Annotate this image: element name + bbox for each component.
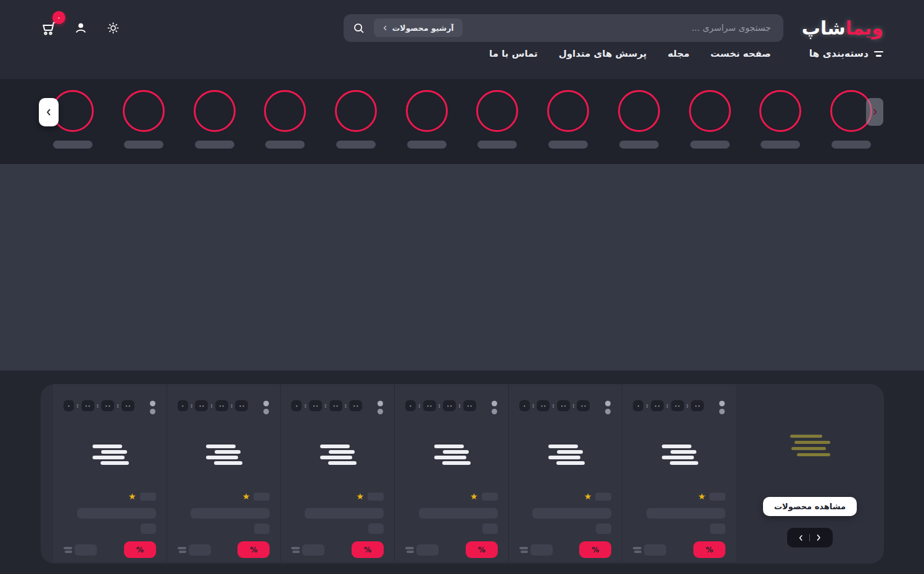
carousel-next-button[interactable] xyxy=(866,98,883,126)
category-name-skeleton xyxy=(619,141,659,149)
nav-item-contact[interactable]: تماس با ما xyxy=(489,48,538,59)
logo-secondary-text: شاپ xyxy=(802,17,846,39)
product-card-footer: % xyxy=(64,541,156,558)
product-price-skeleton xyxy=(291,544,324,556)
product-card[interactable]: ۰۰ : ۰۰ : ۰۰ : ۰ ★ % xyxy=(281,384,395,562)
countdown-colon: : xyxy=(666,403,669,409)
category-image-placeholder xyxy=(264,90,306,132)
card-options-dots[interactable] xyxy=(604,400,611,415)
filter-icon xyxy=(874,51,883,57)
chevron-left-icon xyxy=(797,534,805,542)
site-logo[interactable]: ویماشاپ xyxy=(802,17,883,39)
countdown-days: ۰ xyxy=(64,400,74,411)
deals-pager xyxy=(787,528,833,547)
pager-prev-button[interactable] xyxy=(797,534,805,542)
currency-label-skeleton xyxy=(291,547,300,553)
categories-menu-button[interactable]: دسته‌بندی ها xyxy=(809,48,883,59)
view-products-button[interactable]: مشاهده محصولات xyxy=(763,497,857,516)
rating-value-skeleton xyxy=(140,493,156,501)
product-card[interactable]: ۰۰ : ۰۰ : ۰۰ : ۰ ★ % xyxy=(622,384,736,562)
card-options-dots[interactable] xyxy=(149,400,156,415)
category-item[interactable] xyxy=(406,90,448,149)
search-input[interactable]: جستجوی سراسری ... آرشیو محصولات xyxy=(344,14,783,42)
card-options-dots[interactable] xyxy=(719,400,725,415)
currency-label-skeleton xyxy=(178,547,186,553)
category-name-skeleton xyxy=(690,141,730,149)
countdown-days: ۰ xyxy=(519,400,530,411)
product-card[interactable]: ۰۰ : ۰۰ : ۰۰ : ۰ ★ % xyxy=(509,384,623,562)
category-image-placeholder xyxy=(476,90,518,132)
price-value-skeleton xyxy=(416,544,439,556)
countdown-timer: ۰۰ : ۰۰ : ۰۰ : ۰ xyxy=(64,400,134,411)
products-archive-button[interactable]: آرشیو محصولات xyxy=(374,18,463,37)
product-card[interactable]: ۰۰ : ۰۰ : ۰۰ : ۰ ★ % xyxy=(395,384,509,562)
categories-track xyxy=(0,79,924,149)
pager-next-button[interactable] xyxy=(814,533,823,542)
category-item[interactable] xyxy=(547,90,589,149)
account-button[interactable] xyxy=(72,18,90,37)
product-meta-skeleton xyxy=(141,523,156,534)
category-item[interactable] xyxy=(123,90,165,149)
category-image-placeholder xyxy=(689,90,731,132)
nav-item-home[interactable]: صفحه نخست xyxy=(711,48,771,59)
card-options-dots[interactable] xyxy=(377,400,384,415)
carousel-prev-button[interactable] xyxy=(39,98,59,126)
cart-button[interactable]: ۰ xyxy=(39,18,58,37)
currency-label-skeleton xyxy=(633,547,641,553)
discount-badge: % xyxy=(579,541,611,558)
categories-carousel xyxy=(0,79,924,164)
category-item[interactable] xyxy=(759,90,801,149)
category-image-placeholder xyxy=(547,90,589,132)
category-item[interactable] xyxy=(689,90,731,149)
countdown-hours: ۰۰ xyxy=(463,400,476,411)
product-meta-skeleton xyxy=(596,523,611,534)
deals-title-skeleton xyxy=(792,435,828,456)
main-navigation: دسته‌بندی ها صفحه نخست مجله پرسش های متد… xyxy=(0,48,924,59)
countdown-seconds: ۰۰ xyxy=(537,400,550,411)
card-options-dots[interactable] xyxy=(491,400,498,415)
pager-separator xyxy=(809,534,810,541)
category-image-placeholder xyxy=(335,90,377,132)
category-item[interactable] xyxy=(476,90,518,149)
category-image-placeholder xyxy=(123,90,165,132)
countdown-hours: ۰۰ xyxy=(691,400,704,411)
countdown-seconds: ۰۰ xyxy=(651,400,664,411)
countdown-seconds: ۰۰ xyxy=(81,400,94,411)
category-name-skeleton xyxy=(336,141,376,149)
product-card-footer: % xyxy=(519,541,612,558)
nav-item-magazine[interactable]: مجله xyxy=(667,48,689,59)
product-card[interactable]: ۰۰ : ۰۰ : ۰۰ : ۰ ★ % xyxy=(53,384,167,562)
product-rating-skeleton: ★ xyxy=(178,492,270,501)
category-item[interactable] xyxy=(618,90,660,149)
card-options-dots[interactable] xyxy=(263,400,270,415)
category-item[interactable] xyxy=(194,90,236,149)
theme-toggle-button[interactable] xyxy=(104,18,122,37)
product-title-skeleton xyxy=(419,508,498,519)
star-icon: ★ xyxy=(356,492,364,501)
category-item[interactable] xyxy=(335,90,377,149)
product-card-footer: % xyxy=(405,541,498,558)
countdown-days: ۰ xyxy=(633,400,643,411)
product-card[interactable]: ۰۰ : ۰۰ : ۰۰ : ۰ ★ % xyxy=(167,384,281,562)
countdown-colon: : xyxy=(304,403,307,409)
product-price-skeleton xyxy=(178,544,211,556)
category-name-skeleton xyxy=(548,141,588,149)
product-rating-skeleton: ★ xyxy=(291,492,384,501)
search-placeholder: جستجوی سراسری ... xyxy=(463,23,771,33)
chevron-left-icon xyxy=(382,25,388,31)
nav-item-faq[interactable]: پرسش های متداول xyxy=(559,48,647,59)
countdown-colon: : xyxy=(97,403,99,409)
star-icon: ★ xyxy=(242,492,250,501)
category-item[interactable] xyxy=(264,90,306,149)
product-meta-skeleton xyxy=(482,523,498,534)
product-card-footer: % xyxy=(633,541,725,558)
product-title-skeleton xyxy=(77,508,156,519)
chevron-left-icon xyxy=(44,108,53,117)
product-rating-skeleton: ★ xyxy=(519,492,612,501)
hero-slider-placeholder xyxy=(0,164,924,371)
countdown-minutes: ۰۰ xyxy=(329,400,342,411)
product-rating-skeleton: ★ xyxy=(64,492,156,501)
header-action-icons: ۰ xyxy=(39,18,122,37)
rating-value-skeleton xyxy=(254,493,270,501)
search-icon[interactable] xyxy=(352,22,365,35)
